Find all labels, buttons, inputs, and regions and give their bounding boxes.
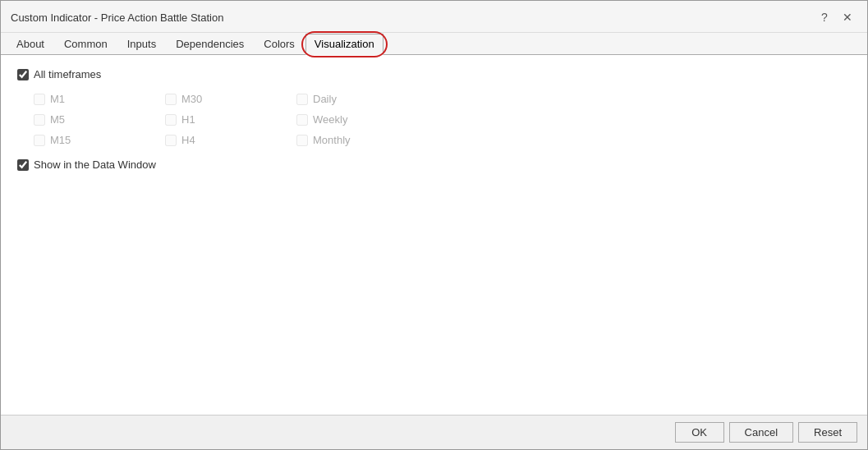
timeframe-m5: M5	[34, 109, 165, 130]
close-button[interactable]: ✕	[838, 7, 857, 27]
m1-label: M1	[50, 93, 65, 105]
timeframe-monthly: Monthly	[296, 130, 428, 150]
ok-button[interactable]: OK	[675, 422, 724, 443]
title-bar: Custom Indicator - Price Action Battle S…	[1, 1, 867, 33]
h1-checkbox[interactable]	[165, 114, 177, 126]
m5-checkbox[interactable]	[34, 114, 45, 126]
show-data-window-row: Show in the Data Window	[17, 158, 851, 171]
content-area: All timeframes M1 M30 Daily M5 H1	[1, 55, 867, 415]
reset-button[interactable]: Reset	[798, 422, 857, 443]
m15-checkbox[interactable]	[34, 135, 45, 146]
timeframe-m30: M30	[165, 89, 296, 109]
tab-colors[interactable]: Colors	[255, 34, 304, 55]
m30-label: M30	[181, 93, 202, 105]
h4-label: H4	[181, 134, 195, 146]
m1-checkbox[interactable]	[34, 94, 45, 105]
tab-inputs[interactable]: Inputs	[118, 34, 165, 55]
all-timeframes-label[interactable]: All timeframes	[34, 68, 101, 80]
m5-label: M5	[50, 113, 65, 126]
timeframe-h1: H1	[165, 109, 296, 130]
all-timeframes-checkbox[interactable]	[17, 69, 29, 80]
timeframe-m15: M15	[34, 130, 165, 150]
tab-dependencies[interactable]: Dependencies	[167, 34, 253, 55]
footer: OK Cancel Reset	[1, 415, 867, 449]
timeframe-h4: H4	[165, 130, 296, 150]
weekly-checkbox[interactable]	[296, 114, 308, 126]
m30-checkbox[interactable]	[165, 94, 177, 105]
timeframe-weekly: Weekly	[296, 109, 428, 130]
m15-label: M15	[50, 134, 71, 146]
help-button[interactable]: ?	[815, 7, 834, 27]
daily-label: Daily	[313, 93, 337, 105]
monthly-label: Monthly	[313, 134, 351, 146]
timeframe-daily: Daily	[296, 89, 428, 109]
weekly-label: Weekly	[313, 113, 347, 126]
show-data-window-checkbox[interactable]	[17, 159, 29, 171]
timeframes-grid: M1 M30 Daily M5 H1 Weekly	[34, 89, 851, 150]
daily-checkbox[interactable]	[296, 94, 308, 105]
tab-about[interactable]: About	[7, 34, 53, 55]
tab-visualization[interactable]: Visualization	[305, 34, 383, 55]
h1-label: H1	[181, 113, 195, 126]
monthly-checkbox[interactable]	[296, 135, 308, 146]
cancel-button[interactable]: Cancel	[729, 422, 793, 443]
show-data-window-label[interactable]: Show in the Data Window	[34, 158, 156, 171]
title-controls: ? ✕	[815, 7, 857, 32]
all-timeframes-row: All timeframes	[17, 68, 851, 80]
dialog-title: Custom Indicator - Price Action Battle S…	[11, 11, 223, 29]
timeframe-m1: M1	[34, 89, 165, 109]
h4-checkbox[interactable]	[165, 135, 177, 146]
tab-common[interactable]: Common	[55, 34, 117, 55]
tab-bar: About Common Inputs Dependencies Colors …	[1, 33, 867, 55]
dialog-window: Custom Indicator - Price Action Battle S…	[0, 0, 868, 450]
